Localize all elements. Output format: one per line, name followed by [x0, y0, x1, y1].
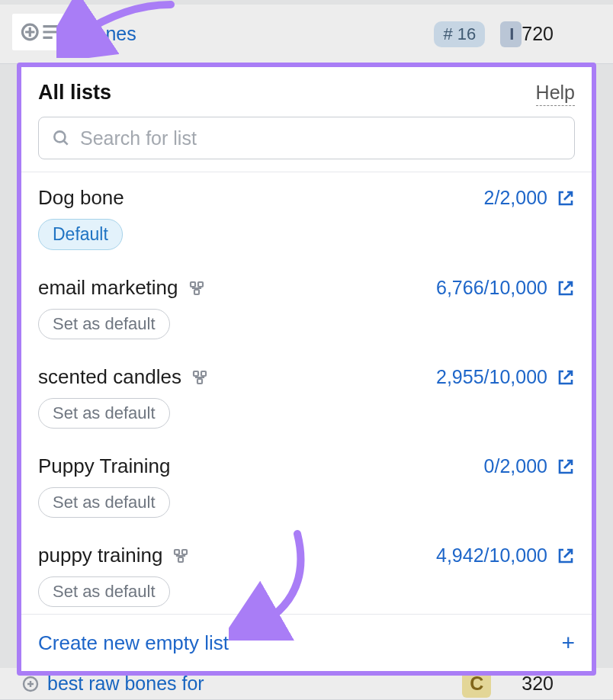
svg-rect-8 — [201, 371, 206, 376]
list-name: email marketing — [38, 276, 178, 300]
popover-title: All lists — [38, 81, 111, 104]
all-lists-popover: All lists Help Dog bone2/2,000Defaultema… — [17, 63, 596, 676]
svg-point-3 — [54, 131, 65, 142]
keyword-text[interactable]: best raw bones for — [47, 673, 462, 695]
help-link[interactable]: Help — [536, 82, 575, 106]
volume-value: 720 — [522, 23, 592, 45]
svg-rect-9 — [197, 379, 202, 384]
svg-rect-11 — [182, 550, 187, 554]
svg-rect-12 — [178, 557, 183, 562]
open-list-icon[interactable] — [557, 458, 575, 476]
default-badge: Default — [38, 219, 123, 250]
list-name: scented candles — [38, 365, 181, 389]
svg-rect-10 — [175, 550, 179, 554]
set-as-default-button[interactable]: Set as default — [38, 487, 170, 518]
set-as-default-button[interactable]: Set as default — [38, 576, 170, 607]
open-list-icon[interactable] — [557, 279, 575, 297]
list-item[interactable]: puppy training4,942/10,000Set as default — [21, 530, 592, 614]
set-as-default-button[interactable]: Set as default — [38, 398, 170, 429]
list-count: 6,766/10,000 — [436, 277, 547, 299]
svg-rect-7 — [194, 371, 198, 376]
list-item[interactable]: Dog bone2/2,000Default — [21, 172, 592, 262]
list-name: puppy training — [38, 544, 162, 567]
search-icon — [51, 128, 71, 148]
add-to-list-toolbar-button[interactable] — [12, 14, 70, 50]
svg-rect-4 — [191, 282, 195, 287]
list-count: 2/2,000 — [484, 187, 547, 209]
list-name: Puppy Training — [38, 454, 170, 478]
list-item[interactable]: email marketing6,766/10,000Set as defaul… — [21, 262, 592, 352]
lists-scroll-area[interactable]: Dog bone2/2,000Defaultemail marketing6,7… — [21, 172, 592, 614]
list-count: 4,942/10,000 — [436, 544, 547, 567]
volume-value: 320 — [522, 673, 592, 695]
list-count: 2,955/10,000 — [436, 366, 547, 388]
popover-header: All lists Help — [21, 67, 592, 117]
open-list-icon[interactable] — [557, 368, 575, 387]
svg-rect-5 — [198, 282, 203, 287]
position-badge: # 16 — [434, 21, 485, 47]
list-item[interactable]: Puppy Training0/2,000Set as default — [21, 441, 592, 530]
svg-rect-6 — [194, 290, 199, 294]
create-new-list-button[interactable]: Create new empty list — [38, 631, 229, 655]
list-count: 0/2,000 — [484, 455, 547, 477]
add-to-list-icon[interactable] — [21, 675, 40, 693]
list-name: Dog bone — [38, 186, 124, 210]
plus-icon[interactable]: + — [561, 630, 575, 656]
keyword-row: dog bones # 16 I 720 — [0, 5, 613, 64]
set-as-default-button[interactable]: Set as default — [38, 309, 170, 339]
keyword-text[interactable]: dog bones — [47, 23, 419, 45]
shared-icon — [172, 547, 190, 565]
open-list-icon[interactable] — [557, 547, 575, 565]
open-list-icon[interactable] — [557, 189, 575, 207]
popover-footer: Create new empty list + — [21, 614, 592, 671]
shared-icon — [188, 279, 206, 297]
search-input-wrapper[interactable] — [38, 117, 575, 159]
shared-icon — [191, 368, 209, 387]
list-item[interactable]: scented candles2,955/10,000Set as defaul… — [21, 352, 592, 441]
search-input[interactable] — [80, 127, 562, 149]
intent-badge: I — [500, 21, 522, 47]
